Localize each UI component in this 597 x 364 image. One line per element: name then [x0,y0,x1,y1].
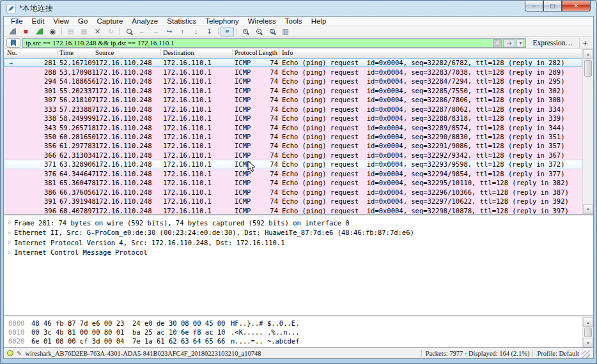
expression-button[interactable]: Expression… [528,39,577,47]
statusbar-separator [421,350,423,357]
menu-edit[interactable]: Edit [27,17,49,26]
find-packet-button[interactable] [122,27,136,36]
menu-analyze[interactable]: Analyze [127,17,162,26]
packet-row[interactable]: 37664.344647172.16.110.248172.16.110.1IC… [4,169,582,178]
menu-tools[interactable]: Tools [281,17,307,26]
packet-row[interactable]: 34359.265718172.16.110.248172.16.110.1IC… [4,123,582,132]
go-to-packet-button[interactable]: ↪ [162,27,176,36]
cell-time: 63.328906 [58,160,93,168]
filter-clear-button[interactable]: ✕ [493,39,502,47]
column-header-info[interactable]: Info [280,49,582,57]
resize-columns-button[interactable]: ▥ [279,27,292,36]
hex-line[interactable]: 00206e 01 08 00 cf 3d 00 04 7e 1a 61 62 … [8,337,593,346]
packet-row[interactable]: 36662.313034172.16.110.248172.16.110.1IC… [4,151,582,160]
go-to-top-button[interactable]: ↑ [176,27,189,36]
cell-dst: 172.16.110.1 [161,114,233,122]
detail-line[interactable]: ▷Internet Protocol Version 4, Src: 172.1… [6,238,593,248]
hex-line[interactable]: 000048 46 fb 87 7d e6 00 23 24 e0 de 30 … [8,319,593,328]
scrollbar-thumb[interactable] [584,60,592,77]
scroll-down-icon[interactable]: ▼ [583,204,593,214]
auto-scroll-button[interactable]: ↧ [203,27,216,36]
close-capture-button[interactable]: ✕ [91,27,104,36]
packet-row[interactable]: 30756.218107172.16.110.248172.16.110.1IC… [4,95,582,104]
cell-no: 356 [15,142,58,149]
expert-info-button[interactable] [7,350,13,356]
filter-dropdown-button[interactable]: ▾ [516,39,524,47]
zoom-original-button[interactable]: 1 [265,27,279,36]
packet-row[interactable]: 37163.328906172.16.110.248172.16.110.1IC… [4,160,582,169]
close-button[interactable]: ✕ [562,1,591,11]
go-back-button[interactable]: ← [136,27,149,36]
maximize-button[interactable]: ▢ [543,1,562,11]
minimize-button[interactable]: – [525,1,543,11]
column-header-no[interactable]: No. [6,49,58,57]
packet-details-pane: ▷Frame 281: 74 bytes on wire (592 bits),… [4,216,593,316]
filter-bookmark-button[interactable] [6,38,20,48]
scroll-up-icon[interactable]: ▲ [583,49,593,59]
stop-capture-button[interactable]: ■ [19,27,33,36]
menu-statistics[interactable]: Statistics [162,17,201,26]
add-filter-button[interactable]: + [579,38,591,48]
packet-row[interactable]: →28152.167109172.16.110.248172.16.110.1I… [4,58,582,67]
detail-line[interactable]: ▷Frame 281: 74 bytes on wire (592 bits),… [6,218,593,228]
expand-arrow-icon[interactable]: ▷ [6,230,14,236]
detail-line[interactable]: ▷Internet Control Message Protocol [6,248,593,258]
packet-row[interactable]: 33858.249999172.16.110.248172.16.110.1IC… [4,114,582,123]
menu-capture[interactable]: Capture [92,17,127,26]
packet-row[interactable]: 35661.297783172.16.110.248172.16.110.1IC… [4,141,582,150]
hex-line[interactable]: 001000 3c 4b 81 00 00 80 01 ba 25 ac 10 … [8,328,593,337]
capture-comment-button[interactable]: ✎ [17,350,22,357]
column-header-src[interactable]: Source [93,49,161,57]
menu-help[interactable]: Help [307,17,331,26]
resize-grip[interactable] [582,351,590,358]
menu-view[interactable]: View [49,17,74,26]
zoom-out-button[interactable]: - [252,27,265,36]
menu-telephony[interactable]: Telephony [201,17,243,26]
column-header-time[interactable]: Time [58,49,93,57]
cell-src: 172.16.110.248 [93,87,161,95]
packet-row[interactable]: 38165.360478172.16.110.248172.16.110.1IC… [4,178,582,187]
column-header-proto[interactable]: Protocol [233,49,256,57]
go-forward-button[interactable]: → [149,27,162,36]
cell-proto: ICMP [233,160,256,168]
find-packet-icon [127,29,132,34]
expand-arrow-icon[interactable]: ▷ [6,250,14,255]
colorize-packets-button[interactable]: ≡ [221,27,234,36]
scrollbar-thumb[interactable] [584,328,592,337]
filter-apply-button[interactable]: ➔ [503,39,515,47]
hex-scrollbar[interactable]: ▲ ▼ [582,317,593,347]
packet-list-scrollbar[interactable]: ▲ ▼ [582,49,593,214]
title-bar[interactable]: *本地连接 – ▢ ✕ [1,1,596,16]
expand-arrow-icon[interactable]: ▷ [6,220,14,225]
menu-wireless[interactable]: Wireless [244,17,281,26]
cell-len: 74 [256,170,280,178]
column-header-dst[interactable]: Destination [161,49,233,57]
capture-options-button[interactable]: ◉ [46,27,59,36]
restart-capture-button[interactable] [33,27,46,36]
scroll-up-icon[interactable]: ▲ [583,317,593,327]
zoom-in-button[interactable]: + [238,27,252,36]
column-header-len[interactable]: Length [256,49,280,57]
detail-line[interactable]: ▷Ethernet II, Src: G-ProCom_e0:de:30 (00… [6,228,593,238]
profile-label: Profile: Default [537,350,579,357]
packet-row[interactable]: 28853.170981172.16.110.248172.16.110.1IC… [4,67,582,76]
packet-row[interactable]: 38666.376056172.16.110.248172.16.110.1IC… [4,188,582,197]
go-to-bottom-button[interactable]: ↓ [189,27,203,36]
cell-proto: ICMP [233,96,256,103]
menu-file[interactable]: File [6,17,27,26]
packet-row[interactable]: 30155.202337172.16.110.248172.16.110.1IC… [4,86,582,95]
menu-go[interactable]: Go [74,17,92,26]
cell-src: 172.16.110.248 [93,105,161,113]
packet-row[interactable]: 39167.391948172.16.110.248172.16.110.1IC… [4,197,582,206]
packet-row[interactable]: 29454.188656172.16.110.248172.16.110.1IC… [4,77,582,86]
cell-time: 64.344647 [58,170,93,178]
cell-proto: ICMP [233,207,256,214]
scroll-down-icon[interactable]: ▼ [583,338,593,347]
packet-row[interactable]: 39668.407897172.16.110.248172.16.110.1IC… [4,206,582,215]
packet-row[interactable]: 35060.281650172.16.110.248172.16.110.1IC… [4,132,582,141]
filter-input[interactable]: ip.src == 172.16.110.248 && ip.dst == 17… [22,38,526,48]
start-capture-button[interactable] [6,27,19,36]
cell-time: 61.297783 [58,142,93,149]
expand-arrow-icon[interactable]: ▷ [6,239,14,245]
packet-row[interactable]: 33357.233887172.16.110.248172.16.110.1IC… [4,104,582,113]
